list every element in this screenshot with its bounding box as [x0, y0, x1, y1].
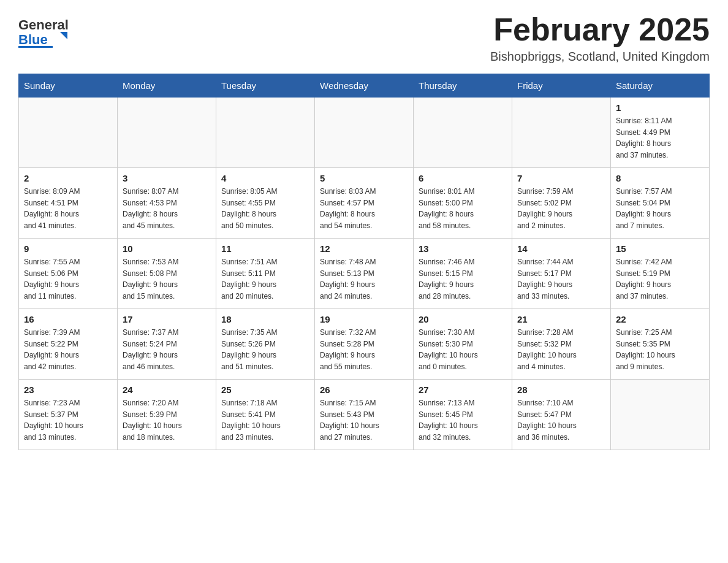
calendar-cell [216, 98, 315, 168]
calendar-cell: 19Sunrise: 7:32 AM Sunset: 5:28 PM Dayli… [315, 309, 414, 380]
calendar-cell: 18Sunrise: 7:35 AM Sunset: 5:26 PM Dayli… [216, 309, 315, 380]
day-info: Sunrise: 8:09 AM Sunset: 4:51 PM Dayligh… [24, 186, 112, 231]
calendar-cell [19, 98, 118, 168]
day-info: Sunrise: 7:39 AM Sunset: 5:22 PM Dayligh… [24, 327, 112, 372]
calendar-cell [512, 98, 611, 168]
calendar-cell: 15Sunrise: 7:42 AM Sunset: 5:19 PM Dayli… [611, 239, 710, 309]
month-title: February 2025 [490, 12, 710, 47]
week-row-5: 23Sunrise: 7:23 AM Sunset: 5:37 PM Dayli… [19, 380, 710, 450]
day-number: 20 [419, 314, 507, 324]
logo: General Blue [18, 12, 74, 49]
day-number: 25 [221, 385, 309, 395]
svg-marker-1 [60, 32, 67, 39]
day-info: Sunrise: 7:59 AM Sunset: 5:02 PM Dayligh… [517, 186, 605, 231]
day-number: 27 [419, 385, 507, 395]
header: General Blue February 2025 Bishopbriggs,… [18, 12, 710, 64]
calendar-cell: 25Sunrise: 7:18 AM Sunset: 5:41 PM Dayli… [216, 380, 315, 450]
day-number: 22 [616, 314, 704, 324]
day-info: Sunrise: 8:03 AM Sunset: 4:57 PM Dayligh… [320, 186, 408, 231]
calendar-cell: 23Sunrise: 7:23 AM Sunset: 5:37 PM Dayli… [19, 380, 118, 450]
weekday-header-thursday: Thursday [414, 74, 512, 98]
calendar-cell: 2Sunrise: 8:09 AM Sunset: 4:51 PM Daylig… [19, 168, 118, 239]
title-area: February 2025 Bishopbriggs, Scotland, Un… [490, 12, 710, 64]
day-info: Sunrise: 7:51 AM Sunset: 5:11 PM Dayligh… [221, 256, 309, 302]
day-number: 12 [320, 243, 408, 254]
day-number: 1 [616, 102, 704, 113]
calendar-cell: 22Sunrise: 7:25 AM Sunset: 5:35 PM Dayli… [611, 309, 710, 380]
week-row-3: 9Sunrise: 7:55 AM Sunset: 5:06 PM Daylig… [19, 239, 710, 309]
location-title: Bishopbriggs, Scotland, United Kingdom [490, 50, 710, 64]
calendar-cell: 24Sunrise: 7:20 AM Sunset: 5:39 PM Dayli… [118, 380, 216, 450]
calendar-cell: 3Sunrise: 8:07 AM Sunset: 4:53 PM Daylig… [118, 168, 216, 239]
day-info: Sunrise: 7:32 AM Sunset: 5:28 PM Dayligh… [320, 327, 408, 372]
day-info: Sunrise: 7:42 AM Sunset: 5:19 PM Dayligh… [616, 256, 704, 302]
svg-text:Blue: Blue [18, 32, 48, 47]
day-info: Sunrise: 7:23 AM Sunset: 5:37 PM Dayligh… [24, 397, 112, 443]
day-number: 23 [24, 385, 112, 395]
calendar-cell: 4Sunrise: 8:05 AM Sunset: 4:55 PM Daylig… [216, 168, 315, 239]
calendar-cell: 21Sunrise: 7:28 AM Sunset: 5:32 PM Dayli… [512, 309, 611, 380]
day-info: Sunrise: 7:30 AM Sunset: 5:30 PM Dayligh… [419, 327, 507, 372]
calendar-cell: 10Sunrise: 7:53 AM Sunset: 5:08 PM Dayli… [118, 239, 216, 309]
day-info: Sunrise: 7:18 AM Sunset: 5:41 PM Dayligh… [221, 397, 309, 443]
day-number: 15 [616, 243, 704, 254]
svg-rect-3 [18, 46, 53, 48]
calendar-cell: 14Sunrise: 7:44 AM Sunset: 5:17 PM Dayli… [512, 239, 611, 309]
day-info: Sunrise: 8:01 AM Sunset: 5:00 PM Dayligh… [419, 186, 507, 231]
weekday-header-tuesday: Tuesday [216, 74, 315, 98]
day-info: Sunrise: 8:11 AM Sunset: 4:49 PM Dayligh… [616, 115, 704, 161]
week-row-1: 1Sunrise: 8:11 AM Sunset: 4:49 PM Daylig… [19, 98, 710, 168]
day-number: 9 [24, 243, 112, 254]
weekday-header-saturday: Saturday [611, 74, 710, 98]
day-number: 2 [24, 173, 112, 183]
week-row-4: 16Sunrise: 7:39 AM Sunset: 5:22 PM Dayli… [19, 309, 710, 380]
calendar-cell [315, 98, 414, 168]
day-number: 26 [320, 385, 408, 395]
day-number: 10 [123, 243, 211, 254]
calendar-cell: 8Sunrise: 7:57 AM Sunset: 5:04 PM Daylig… [611, 168, 710, 239]
calendar-cell: 16Sunrise: 7:39 AM Sunset: 5:22 PM Dayli… [19, 309, 118, 380]
weekday-header-wednesday: Wednesday [315, 74, 414, 98]
day-info: Sunrise: 7:35 AM Sunset: 5:26 PM Dayligh… [221, 327, 309, 372]
day-info: Sunrise: 7:44 AM Sunset: 5:17 PM Dayligh… [517, 256, 605, 302]
day-number: 19 [320, 314, 408, 324]
calendar-cell: 27Sunrise: 7:13 AM Sunset: 5:45 PM Dayli… [414, 380, 512, 450]
calendar-cell: 9Sunrise: 7:55 AM Sunset: 5:06 PM Daylig… [19, 239, 118, 309]
day-number: 8 [616, 173, 704, 183]
weekday-header-row: SundayMondayTuesdayWednesdayThursdayFrid… [19, 74, 710, 98]
day-info: Sunrise: 7:55 AM Sunset: 5:06 PM Dayligh… [24, 256, 112, 302]
calendar-cell: 7Sunrise: 7:59 AM Sunset: 5:02 PM Daylig… [512, 168, 611, 239]
calendar-cell: 28Sunrise: 7:10 AM Sunset: 5:47 PM Dayli… [512, 380, 611, 450]
calendar-cell: 11Sunrise: 7:51 AM Sunset: 5:11 PM Dayli… [216, 239, 315, 309]
calendar-cell: 17Sunrise: 7:37 AM Sunset: 5:24 PM Dayli… [118, 309, 216, 380]
day-number: 13 [419, 243, 507, 254]
day-info: Sunrise: 7:53 AM Sunset: 5:08 PM Dayligh… [123, 256, 211, 302]
day-info: Sunrise: 7:57 AM Sunset: 5:04 PM Dayligh… [616, 186, 704, 231]
svg-text:General: General [18, 17, 69, 33]
day-number: 11 [221, 243, 309, 254]
day-info: Sunrise: 7:15 AM Sunset: 5:43 PM Dayligh… [320, 397, 408, 443]
day-number: 5 [320, 173, 408, 183]
day-number: 3 [123, 173, 211, 183]
day-number: 4 [221, 173, 309, 183]
day-number: 28 [517, 385, 605, 395]
day-number: 18 [221, 314, 309, 324]
day-info: Sunrise: 7:28 AM Sunset: 5:32 PM Dayligh… [517, 327, 605, 372]
day-number: 21 [517, 314, 605, 324]
day-number: 17 [123, 314, 211, 324]
day-info: Sunrise: 7:46 AM Sunset: 5:15 PM Dayligh… [419, 256, 507, 302]
weekday-header-friday: Friday [512, 74, 611, 98]
day-info: Sunrise: 7:13 AM Sunset: 5:45 PM Dayligh… [419, 397, 507, 443]
day-number: 24 [123, 385, 211, 395]
day-number: 16 [24, 314, 112, 324]
calendar-cell [414, 98, 512, 168]
calendar-cell: 13Sunrise: 7:46 AM Sunset: 5:15 PM Dayli… [414, 239, 512, 309]
calendar-cell [118, 98, 216, 168]
day-info: Sunrise: 7:20 AM Sunset: 5:39 PM Dayligh… [123, 397, 211, 443]
day-info: Sunrise: 7:10 AM Sunset: 5:47 PM Dayligh… [517, 397, 605, 443]
calendar-cell: 20Sunrise: 7:30 AM Sunset: 5:30 PM Dayli… [414, 309, 512, 380]
day-info: Sunrise: 8:07 AM Sunset: 4:53 PM Dayligh… [123, 186, 211, 231]
day-info: Sunrise: 8:05 AM Sunset: 4:55 PM Dayligh… [221, 186, 309, 231]
day-info: Sunrise: 7:25 AM Sunset: 5:35 PM Dayligh… [616, 327, 704, 372]
calendar-cell: 6Sunrise: 8:01 AM Sunset: 5:00 PM Daylig… [414, 168, 512, 239]
